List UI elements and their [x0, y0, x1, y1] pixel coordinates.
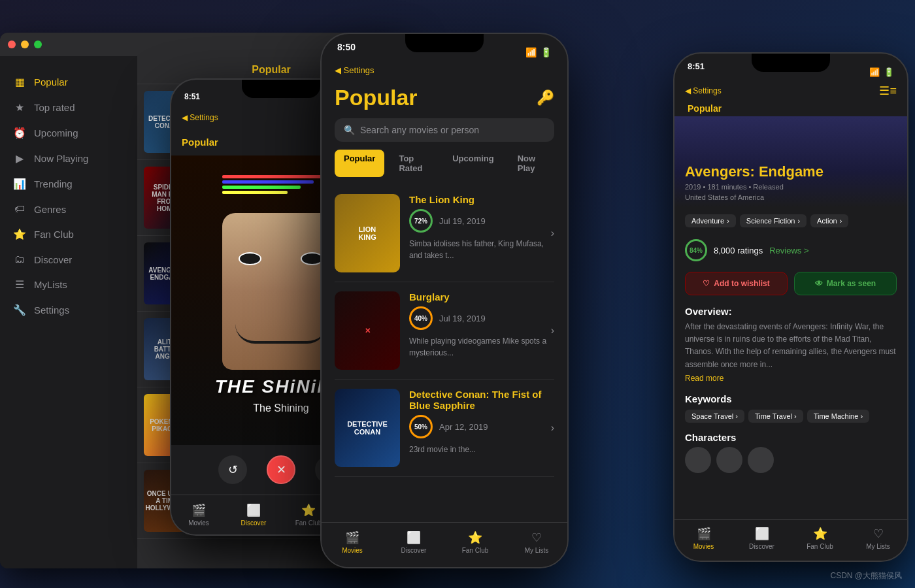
tab-discover-label: Discover [241, 519, 267, 527]
character-avatar-1 [685, 447, 711, 473]
search-placeholder: Search any movies or person [360, 125, 479, 135]
tab-discover[interactable]: ⬜ Discover [226, 500, 281, 529]
sidebar-item-upcoming[interactable]: ⏰ Upcoming [0, 120, 137, 146]
minimize-button[interactable] [21, 41, 29, 48]
burglary-date: Jul 19, 2019 [439, 314, 486, 323]
sidebar-item-genres[interactable]: 🏷 Genres [0, 197, 137, 221]
genre-tags: Adventure › Science Fiction › Action › [674, 208, 907, 234]
phone3-tab-fan-club[interactable]: ⭐ Fan Club [791, 524, 849, 553]
character-avatar-2 [716, 447, 742, 473]
nav-tab-now-play[interactable]: Now Play [508, 150, 554, 177]
phone3-time: 8:51 [688, 61, 705, 82]
maximize-button[interactable] [34, 41, 42, 48]
genre-adventure[interactable]: Adventure › [685, 214, 736, 227]
overview-text: After the devastating events of Avengers… [685, 321, 897, 371]
avengers-backdrop: Avengers: Endgame 2019 • 181 minutes • R… [674, 116, 907, 208]
phone2-back-button[interactable]: ◀ Settings [335, 65, 374, 75]
mouth [235, 324, 327, 344]
trending-icon: 📊 [13, 178, 26, 190]
avengers-country: United States of America [685, 193, 824, 201]
lion-king-info: The Lion King 72% Jul 19, 2019 Simba ido… [409, 194, 554, 261]
sidebar-item-now-playing[interactable]: ▶ Now Playing [0, 146, 137, 171]
movie-card-conan[interactable]: DETECTIVE CONAN Detective Conan: The Fis… [335, 380, 554, 477]
popular-icon: ▦ [13, 76, 26, 88]
discover-icon: ⬜ [407, 531, 421, 545]
clock-icon: ⏰ [13, 127, 26, 139]
genre-sci-fi[interactable]: Science Fiction › [740, 214, 807, 227]
overview-section: Overview: After the devastating events o… [674, 301, 907, 388]
sidebar-item-popular[interactable]: ▦ Popular [0, 69, 137, 95]
burglary-title: Burglary [409, 291, 554, 302]
nav-tabs: Popular Top Rated Upcoming Now Play [322, 150, 567, 177]
add-to-wishlist-button[interactable]: ♡ Add to wishlist [685, 272, 788, 295]
search-bar[interactable]: 🔍 Search any movies or person [335, 118, 554, 142]
read-more-button[interactable]: Read more [685, 374, 897, 383]
keyword-space-travel[interactable]: Space Travel › [685, 410, 744, 423]
sidebar-item-fan-club[interactable]: ⭐ Fan Club [0, 221, 137, 247]
nav-tab-popular[interactable]: Popular [335, 150, 384, 177]
mac-title: Popular [252, 64, 291, 75]
search-icon: 🔍 [344, 125, 355, 135]
sidebar-item-my-lists[interactable]: ☰ MyLists [0, 272, 137, 297]
burglary-info: Burglary 40% Jul 19, 2019 While playing … [409, 291, 554, 359]
sidebar-label-top-rated: Top rated [34, 102, 75, 113]
tab-fanclub-label: Fan Club [295, 519, 322, 527]
keyword-time-travel[interactable]: Time Travel › [748, 410, 803, 423]
tab-movies[interactable]: 🎬 Movies [171, 500, 226, 529]
conan-date: Apr 12, 2019 [439, 422, 488, 432]
conan-poster: DETECTIVE CONAN [335, 389, 400, 467]
phone2-tab-fan-club[interactable]: ⭐ Fan Club [444, 528, 506, 557]
sidebar-item-top-rated[interactable]: ★ Top rated [0, 95, 137, 120]
sidebar-label-genres: Genres [34, 204, 66, 215]
phone2-tab-my-lists[interactable]: ♡ My Lists [506, 528, 567, 557]
discover-icon: ⬜ [755, 527, 769, 541]
poster-text: LIONKING [335, 194, 400, 272]
genre-label: Adventure [691, 217, 724, 225]
fanclub-icon: ⭐ [468, 531, 482, 545]
phone3-tab-discover[interactable]: ⬜ Discover [733, 524, 791, 553]
lion-king-poster: LIONKING [335, 194, 400, 272]
chevron-right-icon: › [551, 227, 554, 239]
phone3-back-button[interactable]: ◀ Settings [685, 86, 722, 95]
shining-movie-title: The Shining [253, 402, 308, 414]
mark-as-seen-button[interactable]: 👁 Mark as seen [794, 272, 897, 295]
reviews-link[interactable]: Reviews > [769, 246, 808, 255]
stripe-red [222, 175, 327, 178]
stripe-green [222, 186, 301, 189]
heart-icon: ♡ [703, 279, 710, 288]
phone2-tabs: 🎬 Movies ⬜ Discover ⭐ Fan Club ♡ My List… [322, 522, 567, 567]
movie-card-lion-king[interactable]: LIONKING The Lion King 72% Jul 19, 2019 … [335, 185, 554, 282]
sidebar-item-trending[interactable]: 📊 Trending [0, 171, 137, 197]
movies-icon: 🎬 [191, 503, 206, 517]
close-button[interactable] [8, 41, 16, 48]
phone3-tab-movies[interactable]: 🎬 Movies [674, 524, 733, 553]
movie-card-burglary[interactable]: ✕ Burglary 40% Jul 19, 2019 While playin… [335, 282, 554, 380]
conan-rating: 50% [409, 415, 433, 438]
genre-action[interactable]: Action › [810, 214, 848, 227]
phone3-section: Popular [688, 103, 722, 114]
phone3-tab-my-lists[interactable]: ♡ My Lists [849, 524, 907, 553]
chevron-right-icon: › [551, 422, 554, 434]
phone2-tab-discover[interactable]: ⬜ Discover [383, 528, 444, 557]
phone3-back-row: ◀ Settings ☰≡ [674, 82, 907, 101]
phone1-title: Popular [182, 137, 218, 148]
refresh-button[interactable]: ↺ [218, 455, 247, 484]
mylists-icon: ♡ [531, 531, 542, 545]
phone2-movie-cards[interactable]: LIONKING The Lion King 72% Jul 19, 2019 … [322, 185, 567, 522]
phone1-back-button[interactable]: ◀ Settings [182, 113, 218, 122]
nav-tab-top-rated[interactable]: Top Rated [390, 150, 438, 177]
nav-tab-upcoming[interactable]: Upcoming [443, 150, 503, 177]
list-icon: ☰≡ [879, 84, 897, 98]
phone2-tab-movies[interactable]: 🎬 Movies [322, 528, 383, 557]
tab-fanclub-label: Fan Club [807, 543, 833, 550]
keyword-time-machine[interactable]: Time Machine › [807, 410, 869, 423]
burglary-poster: ✕ [335, 291, 400, 370]
sidebar-item-settings[interactable]: 🔧 Settings [0, 297, 137, 323]
sidebar-item-discover[interactable]: 🗂 Discover [0, 247, 137, 272]
characters-list [674, 447, 907, 473]
sidebar-label-settings: Settings [34, 304, 69, 316]
close-button[interactable]: ✕ [267, 455, 295, 484]
sidebar: ▦ Popular ★ Top rated ⏰ Upcoming ▶ Now P… [0, 56, 137, 568]
movies-icon: 🎬 [345, 531, 359, 545]
genre-label: Science Fiction [746, 217, 795, 225]
